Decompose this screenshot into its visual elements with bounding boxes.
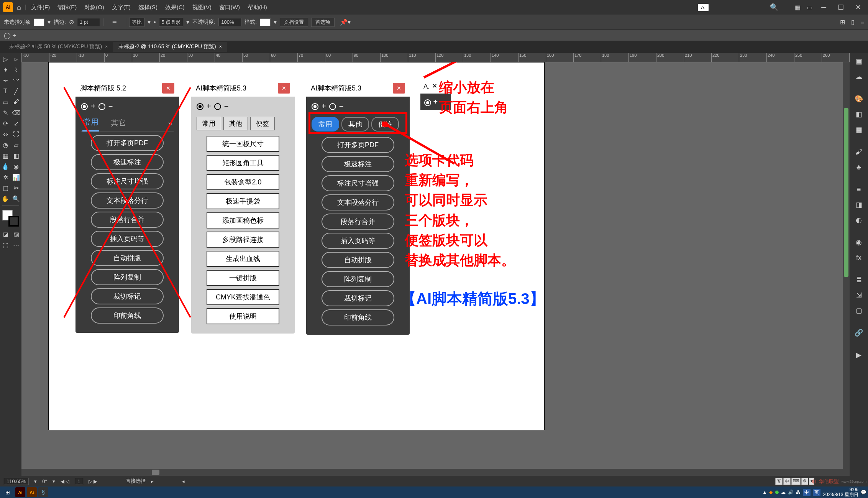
screen-mode-icon[interactable]: ⬚ bbox=[0, 240, 11, 250]
taskbar-clock[interactable]: 9:06 2023/8/13 星期日 bbox=[823, 487, 858, 497]
edit-toolbar-icon[interactable]: ⋯ bbox=[11, 240, 21, 250]
menu-view[interactable]: 视图(V) bbox=[189, 2, 215, 13]
shape-builder-icon[interactable]: ◔ bbox=[0, 140, 11, 150]
hand-tool-icon[interactable]: ✋ bbox=[0, 193, 11, 204]
tab-common[interactable]: 常用 bbox=[197, 117, 221, 130]
slice-tool-icon[interactable]: ✂ bbox=[11, 182, 21, 193]
magic-wand-tool-icon[interactable]: ✦ bbox=[0, 64, 11, 75]
transparency-panel-icon[interactable]: ◐ bbox=[852, 213, 866, 227]
width-tool-icon[interactable]: ⇔ bbox=[0, 129, 11, 140]
lasso-tool-icon[interactable]: ⌇ bbox=[11, 64, 21, 75]
taskbar-ai-icon[interactable]: Ai bbox=[15, 487, 25, 497]
symbol-spray-icon[interactable]: ✲ bbox=[0, 172, 11, 182]
doc-tab-1[interactable]: 未标题-2.ai @ 50 % (CMYK/CPU 预览)× bbox=[4, 42, 113, 52]
tab-notes[interactable]: 便签 bbox=[250, 117, 275, 130]
direct-select-tool-icon[interactable]: ▹ bbox=[11, 54, 21, 64]
brush-dropdown[interactable]: 5 点圆形 bbox=[159, 18, 184, 27]
gradient-tool-icon[interactable]: ◧ bbox=[11, 150, 21, 161]
scrollbar-vertical[interactable] bbox=[843, 62, 850, 469]
brush-tool-icon[interactable]: 🖌 bbox=[11, 97, 21, 107]
eyedropper-tool-icon[interactable]: 💧 bbox=[0, 161, 11, 172]
appearance-panel-icon[interactable]: ◉ bbox=[852, 235, 866, 249]
arrange-icon[interactable]: ▦ bbox=[795, 4, 801, 11]
menu-type[interactable]: 文字(T) bbox=[109, 2, 134, 13]
perspective-icon[interactable]: ▱ bbox=[11, 140, 21, 150]
fill-swatch[interactable] bbox=[34, 18, 44, 26]
artboard-nav[interactable]: ◀ ◁ bbox=[61, 478, 70, 484]
script-button[interactable]: 极速标注 bbox=[91, 154, 164, 170]
taskbar-app-icon[interactable]: § bbox=[38, 487, 48, 497]
close-icon[interactable]: ✕ bbox=[393, 83, 405, 94]
script-button[interactable]: 包装盒型2.0 bbox=[207, 174, 279, 190]
play-icon[interactable]: ▶ bbox=[852, 348, 866, 362]
script-button[interactable]: 标注尺寸增强 bbox=[322, 175, 394, 191]
chevron-right-icon[interactable]: » bbox=[168, 120, 172, 128]
tray-icon[interactable]: ▲ bbox=[762, 490, 767, 495]
graphic-styles-icon[interactable]: fx bbox=[852, 251, 866, 265]
menu-edit[interactable]: 编辑(E) bbox=[54, 2, 80, 13]
tray-network-icon[interactable]: 🖧 bbox=[796, 490, 801, 495]
eraser-tool-icon[interactable]: ⌫ bbox=[11, 107, 21, 118]
ime-box[interactable]: ⌨ bbox=[791, 478, 801, 485]
close-icon[interactable]: ✕ bbox=[278, 83, 290, 94]
script-button[interactable]: 打开多页PDF bbox=[322, 137, 394, 153]
maximize-button[interactable]: ☐ bbox=[834, 3, 848, 12]
minimize-button[interactable]: ─ bbox=[817, 3, 830, 12]
mesh-tool-icon[interactable]: ▦ bbox=[0, 150, 11, 161]
tab-common[interactable]: 常用 bbox=[82, 115, 99, 131]
color-guide-icon[interactable]: ◧ bbox=[852, 107, 866, 121]
script-button[interactable]: 阵列复制 bbox=[322, 271, 394, 287]
script-button[interactable]: 插入页码等 bbox=[322, 233, 394, 249]
taskbar-ai-icon[interactable]: Ai bbox=[27, 487, 37, 497]
script-button[interactable]: 印前角线 bbox=[322, 309, 394, 325]
scrollbar-horizontal[interactable] bbox=[21, 469, 850, 476]
close-icon[interactable]: × bbox=[105, 44, 108, 49]
color-panel-icon[interactable]: 🎨 bbox=[852, 92, 866, 106]
zoom-level[interactable]: 110.65% bbox=[4, 478, 29, 485]
scale-tool-icon[interactable]: ⤢ bbox=[11, 118, 21, 129]
radio-off-icon[interactable] bbox=[329, 103, 336, 110]
symbols-panel-icon[interactable]: ♣ bbox=[852, 160, 866, 174]
script-button[interactable]: 文本段落分行 bbox=[322, 194, 394, 210]
tab-other[interactable]: 其他 bbox=[341, 117, 369, 131]
blend-tool-icon[interactable]: ◉ bbox=[11, 161, 21, 172]
swatches-panel-icon[interactable]: ▦ bbox=[852, 123, 866, 136]
script-button[interactable]: 裁切标记 bbox=[322, 290, 394, 306]
ime-indicator[interactable]: 中 bbox=[803, 489, 811, 496]
script-button[interactable]: 极速标注 bbox=[322, 156, 394, 172]
script-button[interactable]: 生成出血线 bbox=[207, 251, 279, 267]
workspace-icon[interactable]: ▭ bbox=[807, 4, 812, 11]
graph-tool-icon[interactable]: 📊 bbox=[11, 172, 21, 182]
radio-on-icon[interactable] bbox=[81, 103, 88, 110]
artboard-number[interactable]: 1 bbox=[75, 478, 83, 485]
script-button[interactable]: 文本段落分行 bbox=[91, 192, 164, 209]
script-button[interactable]: 阵列复制 bbox=[91, 269, 164, 285]
tab-notes[interactable]: 便签 bbox=[371, 117, 399, 131]
prefs-button[interactable]: 首选项 bbox=[311, 18, 335, 27]
radio-off-icon[interactable] bbox=[214, 103, 221, 110]
rectangle-tool-icon[interactable]: ▭ bbox=[0, 97, 11, 107]
add-artboard-icon[interactable]: ◯ + bbox=[4, 32, 16, 39]
tray-volume-icon[interactable]: 🔊 bbox=[788, 490, 794, 495]
close-button[interactable]: ✕ bbox=[852, 3, 865, 12]
script-button[interactable]: CMYK查找潘通色 bbox=[207, 289, 279, 305]
opacity-input[interactable] bbox=[218, 18, 241, 26]
ime-box[interactable]: 五 bbox=[775, 478, 783, 485]
links-panel-icon[interactable]: 🔗 bbox=[852, 326, 866, 340]
script-button[interactable]: 打开多页PDF bbox=[91, 135, 164, 151]
panel-menu-icon[interactable]: ≡ bbox=[861, 19, 864, 26]
asset-export-icon[interactable]: ⇲ bbox=[852, 288, 866, 302]
style-swatch[interactable] bbox=[260, 18, 271, 26]
uniform-dropdown[interactable]: 等比 bbox=[129, 18, 144, 27]
script-button[interactable]: 段落行合并 bbox=[91, 212, 164, 228]
artboards-panel-icon[interactable]: ▢ bbox=[852, 304, 866, 317]
script-button[interactable]: 添加画稿色标 bbox=[207, 212, 279, 228]
pen-tool-icon[interactable]: ✒ bbox=[0, 75, 11, 86]
tab-other[interactable]: 其它 bbox=[110, 116, 127, 131]
doc-tab-2[interactable]: 未标题-2 @ 110.65 % (CMYK/CPU 预览)× bbox=[113, 42, 227, 52]
zoom-tool-icon[interactable]: 🔍 bbox=[11, 193, 21, 204]
script-button[interactable]: 自动拼版 bbox=[322, 252, 394, 268]
color-mode-icon[interactable]: ◪ bbox=[0, 229, 11, 240]
menu-effect[interactable]: 效果(C) bbox=[162, 2, 188, 13]
tray-icon[interactable]: ◆ bbox=[769, 490, 773, 495]
